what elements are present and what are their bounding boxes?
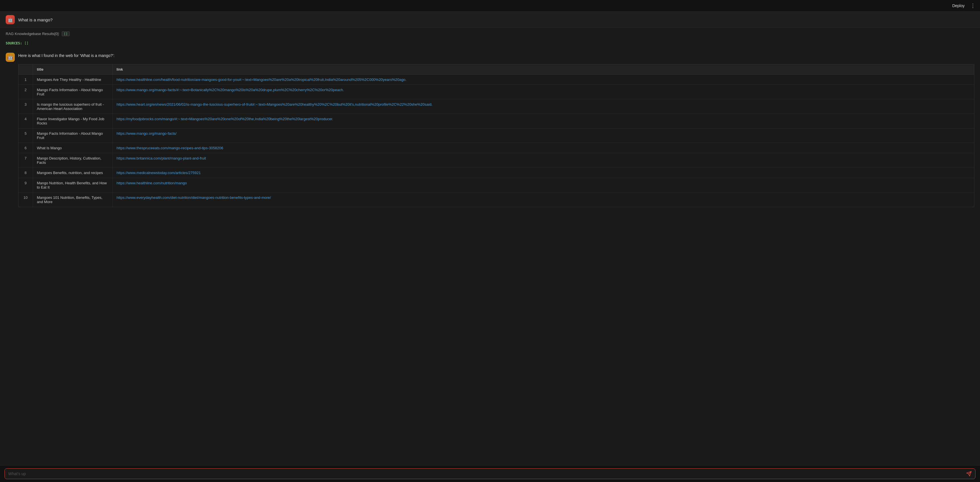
table-header-row: title link: [19, 64, 974, 75]
row-index: 5: [19, 128, 33, 143]
rag-label: RAG Knowledgebase Results[0]:: [6, 32, 59, 36]
bottom-input-area: [0, 465, 980, 482]
sources-label: SOURCES:: [6, 41, 22, 45]
row-index: 10: [19, 193, 33, 207]
row-index: 9: [19, 178, 33, 193]
row-link[interactable]: https://www.everydayhealth.com/diet-nutr…: [117, 195, 271, 200]
row-link[interactable]: https://www.healthline.com/nutrition/man…: [117, 181, 187, 185]
row-link[interactable]: https://www.britannica.com/plant/mango-p…: [117, 156, 206, 160]
row-link[interactable]: https://www.mango.org/mango-facts/#:~:te…: [117, 88, 344, 92]
row-index: 6: [19, 143, 33, 153]
row-link-cell: https://www.heart.org/en/news/2021/06/02…: [112, 99, 974, 114]
row-link-cell: https://www.thespruceeats.com/mango-reci…: [112, 143, 974, 153]
row-title: What Is Mango: [33, 143, 112, 153]
row-title: Is mango the luscious superhero of fruit…: [33, 99, 112, 114]
row-link[interactable]: https://www.thespruceeats.com/mango-reci…: [117, 146, 223, 150]
row-link-cell: https://www.mango.org/mango-facts/#:~:te…: [112, 85, 974, 99]
results-table: title link 1Mangoes Are They Healthy - H…: [19, 64, 974, 207]
row-link[interactable]: https://www.heart.org/en/news/2021/06/02…: [117, 102, 433, 107]
row-index: 8: [19, 168, 33, 178]
more-options-icon[interactable]: ⋮: [970, 3, 975, 9]
send-button[interactable]: [966, 471, 972, 477]
col-index: [19, 64, 33, 75]
row-link-cell: https://www.medicalnewstoday.com/article…: [112, 168, 974, 178]
response-row: 🤖 Here is what I found in the web for 'W…: [0, 49, 980, 64]
top-bar-actions: Deploy ⋮: [950, 2, 975, 9]
row-title: Mangoes 101 Nutrition, Benefits, Types, …: [33, 193, 112, 207]
col-title: title: [33, 64, 112, 75]
row-link-cell: https://www.mango.org/mango-facts/: [112, 128, 974, 143]
row-link[interactable]: https://myfoodjobrocks.com/mango/#:~:tex…: [117, 117, 334, 121]
rag-results-row: RAG Knowledgebase Results[0]: []: [0, 28, 980, 40]
query-text: What is a mango?: [18, 18, 52, 22]
table-row: 8Mangoes Benefits, nutrition, and recipe…: [19, 168, 974, 178]
row-link[interactable]: https://www.healthline.com/health/food-n…: [117, 78, 407, 82]
query-row: 🤖 What is a mango?: [0, 12, 980, 28]
chat-input[interactable]: [8, 471, 964, 476]
sources-badge: []: [24, 41, 29, 45]
table-row: 1Mangoes Are They Healthy - Healthlineht…: [19, 75, 974, 85]
sources-row: SOURCES: []: [0, 40, 980, 49]
input-wrapper: [5, 468, 975, 479]
table-row: 9Mango Nutrition, Health Benefits, and H…: [19, 178, 974, 193]
table-row: 10Mangoes 101 Nutrition, Benefits, Types…: [19, 193, 974, 207]
row-index: 4: [19, 114, 33, 128]
table-row: 2Mango Facts Information - About Mango F…: [19, 85, 974, 99]
col-link: link: [112, 64, 974, 75]
query-bot-icon: 🤖: [6, 15, 15, 24]
row-link-cell: https://www.healthline.com/nutrition/man…: [112, 178, 974, 193]
row-title: Mango Nutrition, Health Benefits, and Ho…: [33, 178, 112, 193]
table-row: 4Flavor Investigator Mango - My Food Job…: [19, 114, 974, 128]
row-link-cell: https://www.healthline.com/health/food-n…: [112, 75, 974, 85]
table-row: 3Is mango the luscious superhero of frui…: [19, 99, 974, 114]
rag-badge: []: [62, 31, 70, 36]
row-link-cell: https://www.everydayhealth.com/diet-nutr…: [112, 193, 974, 207]
row-title: Mangoes Benefits, nutrition, and recipes: [33, 168, 112, 178]
row-link[interactable]: https://www.mango.org/mango-facts/: [117, 131, 177, 136]
row-index: 7: [19, 153, 33, 168]
main-content: 🤖 What is a mango? RAG Knowledgebase Res…: [0, 12, 980, 465]
table-row: 6What Is Mangohttps://www.thespruceeats.…: [19, 143, 974, 153]
top-bar: Deploy ⋮: [0, 0, 980, 12]
row-title: Mango Description, History, Cultivation,…: [33, 153, 112, 168]
row-index: 3: [19, 99, 33, 114]
results-table-container: title link 1Mangoes Are They Healthy - H…: [18, 64, 974, 207]
table-row: 7Mango Description, History, Cultivation…: [19, 153, 974, 168]
deploy-button[interactable]: Deploy: [950, 2, 967, 9]
row-title: Mango Facts Information - About Mango Fr…: [33, 85, 112, 99]
row-link[interactable]: https://www.medicalnewstoday.com/article…: [117, 171, 201, 175]
table-row: 5Mango Facts Information - About Mango F…: [19, 128, 974, 143]
row-index: 1: [19, 75, 33, 85]
row-link-cell: https://www.britannica.com/plant/mango-p…: [112, 153, 974, 168]
response-text: Here is what I found in the web for 'Wha…: [18, 52, 115, 58]
row-title: Mangoes Are They Healthy - Healthline: [33, 75, 112, 85]
row-link-cell: https://myfoodjobrocks.com/mango/#:~:tex…: [112, 114, 974, 128]
row-title: Mango Facts Information - About Mango Fr…: [33, 128, 112, 143]
row-index: 2: [19, 85, 33, 99]
response-bot-icon: 🤖: [6, 53, 15, 62]
row-title: Flavor Investigator Mango - My Food Job …: [33, 114, 112, 128]
